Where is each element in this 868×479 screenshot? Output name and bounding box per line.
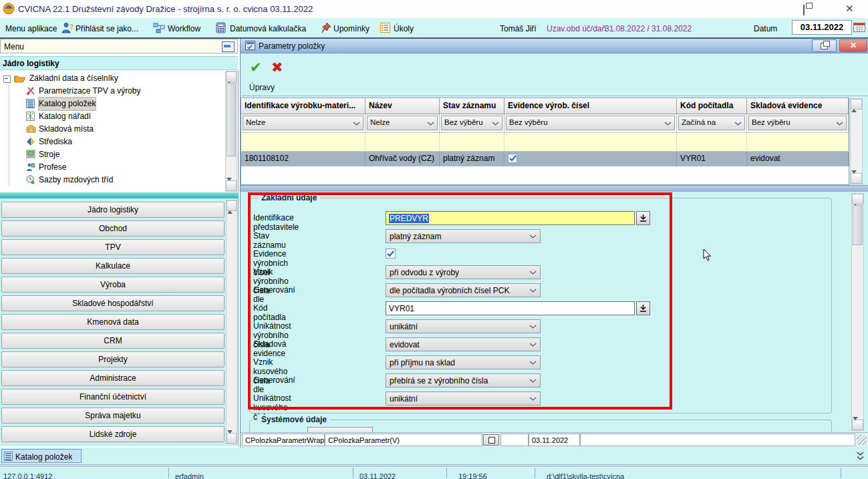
quickfilter-cell[interactable] <box>366 133 440 152</box>
grid-scrollbar[interactable] <box>850 98 863 184</box>
filter-combo[interactable]: Bez výběru <box>748 116 847 130</box>
quickfilter-cell[interactable] <box>677 133 747 152</box>
date-input[interactable]: 03.11.2022 <box>792 20 852 35</box>
scroll-down-button[interactable] <box>227 433 237 444</box>
close-button[interactable]: ✕ <box>845 3 854 15</box>
confirm-button[interactable]: ✔ <box>250 60 262 74</box>
module-administrace[interactable]: Administrace <box>1 370 225 386</box>
tree-item-sazby[interactable]: Sazby mzdových tříd <box>0 174 221 186</box>
scroll-down-button[interactable] <box>851 173 862 184</box>
collapse-panel-button[interactable] <box>222 41 235 52</box>
basic-data-caption: Základní údaje <box>258 193 320 202</box>
generovani-dle-kusove-combo[interactable]: přebírá se z výrobního čísla <box>386 373 541 387</box>
unikatnost-kusoveho-cisla-combo[interactable]: unikátní <box>386 391 541 406</box>
cancel-button[interactable]: ✖ <box>271 60 283 74</box>
module-skladove-hospodarstvi[interactable]: Skladové hospodářství <box>1 295 225 311</box>
lookup-button[interactable] <box>636 211 650 225</box>
maximize-button[interactable] <box>803 5 805 15</box>
calendar-icon[interactable] <box>853 21 865 35</box>
module-lidske-zdroje[interactable]: Lidské zdroje <box>1 426 225 442</box>
panel-splitter[interactable] <box>0 192 239 198</box>
skladova-evidence-combo[interactable]: evidovat <box>386 337 541 351</box>
filter-combo[interactable]: Nelze <box>243 116 364 130</box>
tree-item-katalog-naradi[interactable]: Katalog nářadí <box>0 110 221 123</box>
scroll-up-button[interactable] <box>226 71 237 82</box>
module-vyroba[interactable]: Výroba <box>1 277 225 293</box>
scroll-down-button[interactable] <box>226 180 237 191</box>
module-jadro-logistiky[interactable]: Jádro logistiky <box>1 202 225 218</box>
tab-katalog-polozek[interactable]: Katalog položek <box>1 449 82 463</box>
chevron-down-icon <box>664 122 672 126</box>
tree-item-parametrizace[interactable]: Parametrizace TPV a výroby <box>0 85 221 98</box>
module-kalkulace[interactable]: Kalkulace <box>1 258 225 274</box>
scrollbar-thumb[interactable] <box>227 83 236 156</box>
form-scrollbar[interactable] <box>851 193 864 431</box>
filter-combo[interactable]: Bez výběru <box>506 116 675 130</box>
unikatnost-vyrobniho-cisla-combo[interactable]: unikátní <box>386 319 541 333</box>
tree-item-strediska[interactable]: Střediska <box>0 136 221 148</box>
column-header[interactable]: Skladová evidence <box>747 98 849 114</box>
module-tpv[interactable]: TPV <box>1 239 225 255</box>
filter-combo[interactable]: Začíná na <box>678 116 745 130</box>
edits-group-label: Úpravy <box>249 83 275 92</box>
kod-pocitadla-input[interactable]: VYR01 <box>386 301 635 315</box>
column-header[interactable]: Kód počítadla <box>677 98 747 114</box>
vznik-kusoveho-cisla-combo[interactable]: při příjmu na sklad <box>386 355 541 369</box>
identifikace-predstavitele-input[interactable]: PREDVYR <box>386 211 635 225</box>
chevron-double-down-icon[interactable] <box>856 451 865 463</box>
resize-grip-icon[interactable] <box>857 435 867 445</box>
filter-value: Bez výběru <box>752 118 790 126</box>
module-kmenova-data[interactable]: Kmenová data <box>1 314 225 330</box>
menu-aplikace-button[interactable]: Menu aplikace <box>5 24 57 33</box>
column-header[interactable]: Identifikace výrobku-materi... <box>241 98 366 114</box>
tasks-button[interactable]: Úkoly <box>394 24 414 33</box>
filter-combo[interactable]: Bez výběru <box>441 116 502 130</box>
column-header[interactable]: Název <box>366 98 440 114</box>
column-header[interactable]: Stav záznamu <box>440 98 504 114</box>
quickfilter-cell[interactable] <box>241 133 366 152</box>
scroll-up-button[interactable] <box>227 200 237 211</box>
panel-restore-button[interactable] <box>812 39 837 52</box>
tree-item-label: Katalog nářadí <box>39 110 91 123</box>
field-label: Kód počítadla <box>253 303 286 322</box>
tasks-icon <box>380 23 390 35</box>
module-crm[interactable]: CRM <box>1 333 225 349</box>
system-partial-button[interactable] <box>307 427 373 432</box>
collapse-node-icon[interactable] <box>3 75 11 83</box>
login-as-button[interactable]: Přihlásit se jako... <box>76 24 138 33</box>
tree-item-stroje[interactable]: Stroje <box>0 148 221 161</box>
scroll-up-button[interactable] <box>851 99 862 110</box>
module-projekty[interactable]: Projekty <box>1 351 225 367</box>
filter-combo[interactable]: Nelze <box>367 116 438 130</box>
module-sprava-majetku[interactable]: Správa majetku <box>1 408 225 424</box>
tree-item-profese[interactable]: Profese <box>0 161 221 174</box>
scrollbar-thumb[interactable] <box>853 205 863 245</box>
column-header[interactable]: Evidence výrob. čísel <box>504 98 677 114</box>
tree-item-katalog-polozek[interactable]: Katalog položek <box>0 98 221 110</box>
tree-scrollbar[interactable] <box>225 71 237 192</box>
stav-zaznamu-combo[interactable]: platný záznam <box>386 229 541 243</box>
vznik-vyrobniho-cisla-combo[interactable]: při odvodu z výroby <box>386 265 541 279</box>
date-calculator-button[interactable]: Datumová kalkulačka <box>230 24 306 33</box>
quickfilter-cell[interactable] <box>504 133 677 152</box>
accordion-scrollbar[interactable] <box>226 200 237 444</box>
reminders-button[interactable]: Upomínky <box>333 24 370 33</box>
lookup-button[interactable] <box>636 301 650 315</box>
record-state-button[interactable] <box>483 434 499 446</box>
scroll-down-button[interactable] <box>852 420 863 430</box>
workflow-button[interactable]: Workflow <box>168 24 200 33</box>
panel-close-button[interactable]: ✕ <box>839 39 867 52</box>
module-financni-ucetnictvi[interactable]: Finanční účetnictví <box>1 389 225 405</box>
evidence-checkbox-checked[interactable] <box>386 249 396 259</box>
generovani-dle-combo[interactable]: dle počítadla výrobních čísel PCK <box>386 283 541 297</box>
tree-node-zakladni-data[interactable]: Základní data a číselníky <box>0 72 221 85</box>
quickfilter-cell[interactable] <box>440 133 504 152</box>
quickfilter-cell[interactable] <box>747 133 849 152</box>
module-obchod[interactable]: Obchod <box>1 220 225 236</box>
horizontal-splitter[interactable] <box>241 185 868 192</box>
tree-item-skladova-mista[interactable]: Skladová místa <box>0 123 221 136</box>
grid-data-row[interactable]: 1801108102 Ohřívač vody (CZ) platný zázn… <box>241 152 849 166</box>
status-divider <box>535 468 535 478</box>
cell-stock-evidence: evidovat <box>747 152 849 166</box>
scroll-up-button[interactable] <box>852 194 863 204</box>
